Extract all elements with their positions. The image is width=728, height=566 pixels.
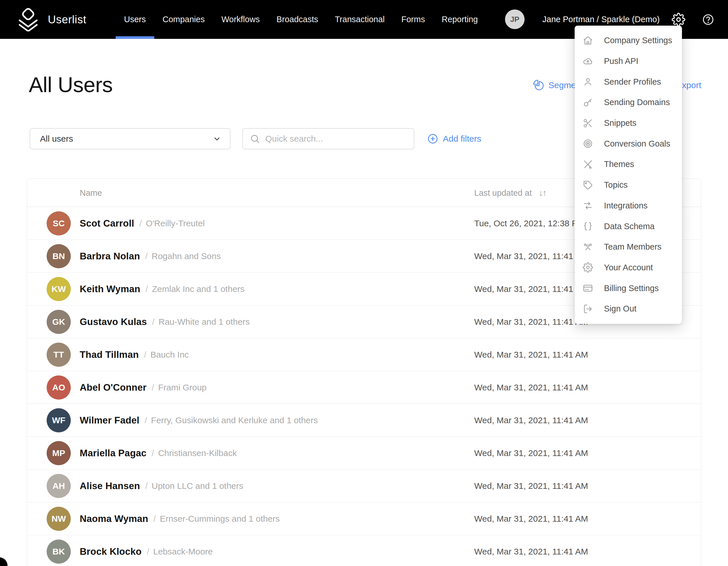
userlist-logo-icon: [17, 8, 39, 31]
user-company: Upton LLC and 1 others: [152, 481, 243, 491]
nav-link[interactable]: Users: [116, 0, 154, 39]
search-input[interactable]: [265, 134, 408, 144]
name-company-separator: /: [152, 317, 155, 327]
user-avatar[interactable]: JP: [505, 9, 525, 29]
menu-item[interactable]: Data Schema: [575, 216, 682, 237]
menu-item[interactable]: Company Settings: [575, 30, 682, 51]
menu-item[interactable]: Conversion Goals: [575, 133, 682, 154]
menu-item[interactable]: Sign Out: [575, 299, 682, 319]
menu-item[interactable]: Billing Settings: [575, 278, 682, 299]
menu-item[interactable]: Snippets: [575, 113, 682, 134]
name-company-separator: /: [145, 416, 147, 425]
menu-item[interactable]: Integrations: [575, 195, 682, 216]
add-filters-button[interactable]: Add filters: [427, 128, 481, 149]
menu-item[interactable]: Your Account: [575, 257, 682, 278]
table-row[interactable]: AO Abel O'Conner / Frami Group Wed, Mar …: [27, 371, 701, 404]
name-company-separator: /: [152, 383, 154, 393]
user-name: Scot Carroll: [80, 218, 134, 229]
user-company: Lebsack-Moore: [153, 547, 213, 557]
name-company-separator: /: [145, 251, 148, 261]
user-name: Gustavo Kulas: [80, 317, 147, 327]
table-row[interactable]: BK Brock Klocko / Lebsack-Moore Wed, Mar…: [27, 535, 701, 566]
avatar: AO: [47, 376, 71, 400]
nav-link[interactable]: Forms: [393, 0, 433, 39]
nav-link-label: Broadcasts: [277, 15, 318, 24]
user-name: Brock Klocko: [80, 546, 142, 557]
brand[interactable]: Userlist: [17, 0, 86, 39]
menu-item-label: Topics: [604, 180, 628, 190]
last-updated-value: Wed, Mar 31, 2021, 11:41 AM: [474, 535, 588, 566]
menu-item-label: Team Members: [604, 242, 662, 251]
name-company-separator: /: [146, 284, 148, 294]
users-group-icon: [583, 242, 593, 252]
last-updated-value: Wed, Mar 31, 2021, 11:41 AM: [474, 404, 588, 437]
nav-link-label: Transactional: [335, 15, 385, 24]
table-row[interactable]: TT Thad Tillman / Bauch Inc Wed, Mar 31,…: [27, 338, 701, 371]
user-icon: [583, 77, 593, 87]
menu-item-label: Push API: [604, 56, 638, 66]
user-company: Rogahn and Sons: [152, 251, 221, 261]
menu-item[interactable]: Push API: [575, 51, 682, 72]
menu-item[interactable]: Sender Profiles: [575, 71, 682, 92]
menu-item[interactable]: Sending Domains: [575, 92, 682, 113]
menu-item[interactable]: Topics: [575, 175, 682, 195]
page-title: All Users: [29, 73, 113, 97]
nav-link[interactable]: Broadcasts: [268, 0, 327, 39]
user-company: Zemlak Inc and 1 others: [152, 284, 245, 294]
nav-link[interactable]: Companies: [154, 0, 213, 39]
table-row[interactable]: MP Mariella Pagac / Christiansen-Kilback…: [27, 437, 701, 470]
last-updated-value: Wed, Mar 31, 2021, 11:41 AM: [474, 272, 588, 306]
segment-select-value: All users: [40, 134, 73, 144]
user-name: Keith Wyman: [80, 284, 140, 295]
avatar: SC: [47, 211, 71, 235]
key-icon: [583, 97, 593, 108]
menu-item-label: Sending Domains: [604, 98, 670, 107]
user-name: Alise Hansen: [80, 481, 140, 491]
add-filters-label: Add filters: [443, 134, 481, 144]
cloud-upload-icon: [583, 56, 593, 66]
menu-item[interactable]: Themes: [575, 154, 682, 175]
last-updated-value: Wed, Mar 31, 2021, 11:41 AM: [474, 338, 588, 371]
table-row[interactable]: NW Naoma Wyman / Ernser-Cummings and 1 o…: [27, 502, 701, 535]
menu-item-label: Your Account: [604, 263, 653, 272]
pie-chart-icon: [533, 80, 544, 91]
table-row[interactable]: WF Wilmer Fadel / Ferry, Gusikowski and …: [27, 404, 701, 437]
last-updated-value: Wed, Mar 31, 2021, 11:41 AM: [474, 371, 588, 404]
sort-icon[interactable]: ↓↑: [539, 188, 546, 198]
menu-item[interactable]: Team Members: [575, 237, 682, 257]
avatar: BK: [47, 540, 71, 564]
segment-select[interactable]: All users: [30, 128, 230, 149]
user-company: Rau-White and 1 others: [159, 317, 250, 327]
menu-item-label: Integrations: [604, 201, 648, 210]
menu-item-label: Themes: [604, 159, 634, 169]
menu-item-label: Company Settings: [604, 36, 672, 45]
user-name: Abel O'Conner: [80, 382, 146, 393]
nav-link-label: Companies: [163, 15, 205, 24]
column-header-last-updated[interactable]: Last updated at ↓↑: [474, 179, 546, 207]
braces-icon: [583, 221, 593, 231]
last-updated-value: Tue, Oct 26, 2021, 12:38 PM: [474, 207, 585, 240]
nav-link-label: Users: [124, 15, 146, 24]
user-name: Barbra Nolan: [80, 251, 140, 262]
search-icon: [250, 134, 260, 144]
chevron-down-icon: [213, 134, 221, 143]
last-updated-value: Wed, Mar 31, 2021, 11:41 AM: [474, 240, 588, 272]
quick-search: [242, 128, 414, 149]
table-row[interactable]: AH Alise Hansen / Upton LLC and 1 others…: [27, 470, 701, 502]
plus-circle-icon: [427, 133, 438, 144]
nav-link[interactable]: Transactional: [327, 0, 393, 39]
name-company-separator: /: [144, 350, 146, 360]
user-company: Ernser-Cummings and 1 others: [160, 514, 280, 524]
tag-icon: [583, 180, 593, 190]
name-company-separator: /: [139, 218, 142, 228]
settings-gear-icon[interactable]: [672, 13, 685, 26]
nav-link[interactable]: Workflows: [213, 0, 268, 39]
user-name: Mariella Pagac: [80, 448, 146, 459]
credit-card-icon: [583, 283, 593, 294]
user-company: O'Reilly-Treutel: [146, 218, 205, 228]
avatar: KW: [47, 277, 71, 301]
last-updated-value: Wed, Mar 31, 2021, 11:41 AM: [474, 502, 588, 535]
nav-link[interactable]: Reporting: [433, 0, 486, 39]
name-company-separator: /: [145, 481, 148, 491]
help-icon[interactable]: [702, 14, 714, 26]
